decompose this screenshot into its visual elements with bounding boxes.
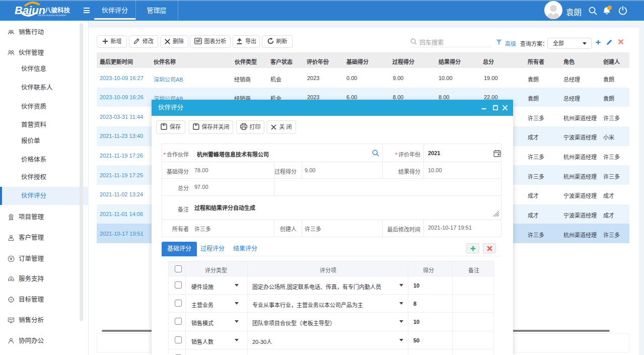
svg-text:八骏科技: 八骏科技 [44, 7, 70, 14]
svg-text:Anyone,Anytime,Anywhere!: Anyone,Anytime,Anywhere! [38, 14, 66, 17]
